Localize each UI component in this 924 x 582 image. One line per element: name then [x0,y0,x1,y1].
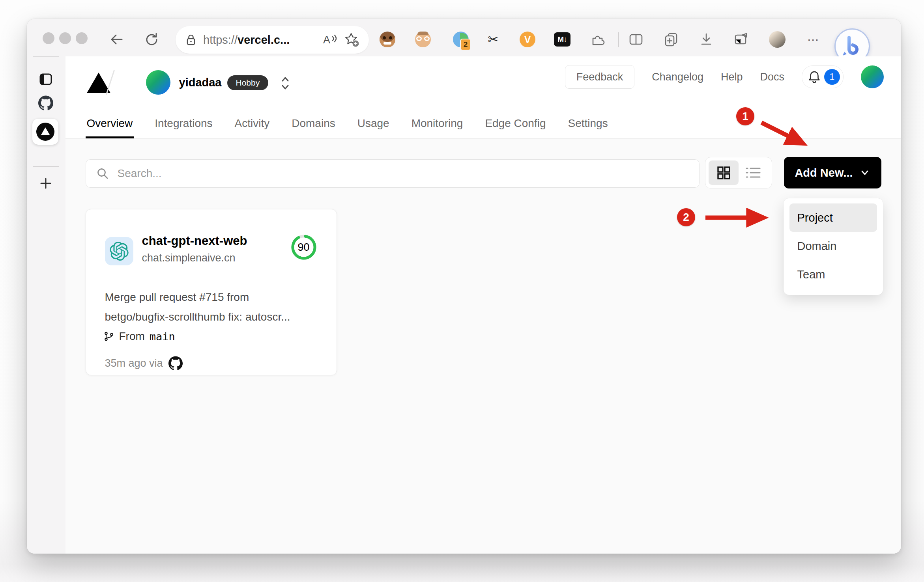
vercel-tab-active[interactable] [32,119,58,145]
traffic-light-minimize[interactable] [59,32,71,44]
traffic-light-close[interactable] [43,32,54,44]
tab-monitoring[interactable]: Monitoring [411,108,463,138]
scissors-ext-icon[interactable]: ✂ [484,31,502,48]
ext-badge-count: 2 [460,39,471,50]
tab-activity[interactable]: Activity [235,108,270,138]
lock-icon [185,34,197,46]
toolbar-divider [618,32,619,47]
back-icon[interactable] [108,31,125,48]
add-new-button[interactable]: Add New... [784,157,881,188]
team-name[interactable]: yidadaa [179,76,222,89]
help-link[interactable]: Help [721,71,743,83]
chevron-down-icon [859,167,870,178]
deployment-meta: 35m ago via [105,356,183,370]
grid-icon [716,165,731,181]
team-avatar[interactable] [146,70,170,95]
github-tab-icon[interactable] [37,94,54,112]
browser-essentials-icon[interactable] [732,31,750,48]
plan-badge: Hobby [227,75,269,90]
project-domain[interactable]: chat.simplenaive.cn [142,252,236,264]
dropdown-item-project[interactable]: Project [789,203,877,232]
openai-icon [110,242,129,261]
project-card[interactable]: chat-gpt-next-web chat.simplenaive.cn 90… [86,209,337,375]
tabs-bottom-border [65,138,902,139]
url-bar[interactable]: https://vercel.c... A [176,26,369,54]
vercel-dashboard-page: yidadaa Hobby Feedback Changelog Help Do… [65,56,902,554]
project-search[interactable] [86,159,700,188]
browser-window: https://vercel.c... A [27,19,901,554]
list-icon [745,165,762,181]
git-branch-icon [103,331,114,342]
search-icon [96,167,109,180]
tab-panel-icon[interactable] [37,71,54,88]
tab-domains[interactable]: Domains [292,108,335,138]
project-favicon [105,237,133,265]
grid-view-button[interactable] [709,160,739,185]
tampermonkey-ext-icon[interactable] [379,31,396,48]
list-view-button[interactable] [739,160,769,185]
view-toggle [705,157,772,188]
add-new-dropdown: Project Domain Team [784,198,883,295]
notification-count-badge: 1 [824,69,840,85]
sidebar-top-divider [33,56,59,57]
account-sync-ext-icon[interactable]: 2 [452,31,469,48]
read-aloud-icon[interactable]: A [322,33,338,47]
branch-row: From main [103,330,175,343]
vertical-tabs-sidebar [27,56,65,554]
docs-link[interactable]: Docs [760,71,784,83]
vercel-header: yidadaa Hobby Feedback Changelog Help Do… [65,56,902,139]
branch-name: main [150,330,175,343]
sidebar-tab-divider [33,166,59,167]
url-host: vercel.c... [238,34,290,46]
feedback-button[interactable]: Feedback [565,65,635,89]
dropdown-item-team[interactable]: Team [789,260,877,289]
tab-overview[interactable]: Overview [87,108,133,138]
search-input[interactable] [117,167,689,180]
github-icon [168,356,183,370]
scope-switcher-icon[interactable] [279,75,291,92]
markdown-downloader-ext-icon[interactable]: M↓ [554,31,571,48]
url-text: https://vercel.c... [203,34,290,47]
from-label: From [119,330,145,343]
dropdown-item-domain[interactable]: Domain [789,232,877,260]
more-menu-icon[interactable]: ⋯ [805,31,822,48]
user-avatar[interactable] [861,65,884,88]
collections-icon[interactable] [662,31,680,48]
tab-edge-config[interactable]: Edge Config [485,108,546,138]
new-tab-plus-icon[interactable] [37,175,54,192]
project-name[interactable]: chat-gpt-next-web [142,234,247,248]
bell-icon [808,70,821,84]
refresh-icon[interactable] [143,31,160,48]
tab-usage[interactable]: Usage [357,108,389,138]
tab-integrations[interactable]: Integrations [155,108,212,138]
v-ext-icon[interactable]: V [519,31,536,48]
tab-settings[interactable]: Settings [568,108,608,138]
browser-toolbar: https://vercel.c... A [27,19,901,56]
changelog-link[interactable]: Changelog [652,71,703,83]
extensions-puzzle-icon[interactable] [589,31,606,48]
traffic-light-zoom[interactable] [76,32,88,44]
favorite-star-icon[interactable] [344,32,359,47]
split-screen-icon[interactable] [627,31,645,48]
commit-message: Merge pull request #715 from betgo/bugfi… [105,287,318,327]
score-ring[interactable]: 90 [290,234,317,261]
svg-text:A: A [323,34,330,46]
add-new-label: Add New... [795,166,853,179]
browser-profile-avatar[interactable] [769,31,786,48]
notifications-button[interactable]: 1 [802,65,844,88]
score-value: 90 [290,234,317,261]
downloads-icon[interactable] [698,31,715,48]
vercel-favicon [36,123,54,141]
dashboard-tabs: Overview Integrations Activity Domains U… [87,108,608,138]
profile-face-ext-icon[interactable] [414,31,432,48]
